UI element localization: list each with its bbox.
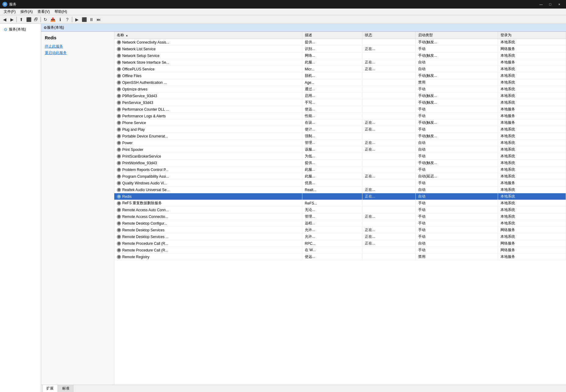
col-startup[interactable]: 启动类型 <box>415 32 498 39</box>
new-window-button[interactable]: 🗗 <box>33 16 39 23</box>
table-row[interactable]: ⚙ Remote Registry使远...禁用本地服务 <box>114 254 566 260</box>
cell-desc: 提供... <box>302 160 362 166</box>
title-bar-left: ⚙ 服务 <box>2 2 16 7</box>
table-row[interactable]: ⚙ Remote Procedure Call (R...在 W...手动网络服… <box>114 247 566 254</box>
table-row[interactable]: ⚙ Quality Windows Audio Vi...优质...手动本地服务 <box>114 180 566 187</box>
restart-label: 重启动 <box>45 51 56 55</box>
cell-desc: 无论... <box>302 207 362 213</box>
table-row[interactable]: ⚙ Redis正在...自动本地系统 <box>114 193 566 200</box>
table-row[interactable]: ⚙ PenService_93d43手写...手动(触发...本地系统 <box>114 99 566 106</box>
maximize-button[interactable]: □ <box>546 0 554 9</box>
minimize-button[interactable]: — <box>537 0 545 9</box>
cell-startup: 手动(触发... <box>415 99 498 106</box>
up-button[interactable]: ⬆ <box>18 16 25 23</box>
table-row[interactable]: ⚙ P9RdrService_93d43启用...手动(触发...本地系统 <box>114 93 566 99</box>
cell-logon: 本地系统 <box>498 133 566 140</box>
nav-item-services[interactable]: ⚙ 服务(本地) <box>2 26 38 33</box>
cell-logon: 本地系统 <box>498 99 566 106</box>
table-row[interactable]: ⚙ Remote Desktop Services ...允许...正在...手… <box>114 233 566 240</box>
cell-status: 正在... <box>362 146 416 153</box>
cell-logon: 本地系统 <box>498 193 566 200</box>
cell-status <box>362 86 416 93</box>
services-table-container[interactable]: 名称 ▲ 描述 状态 启动类型 登录为 ⚙ Network Connectivi… <box>114 32 566 385</box>
table-row[interactable]: ⚙ Offline Files脱机...手动(触发...本地系统 <box>114 73 566 79</box>
table-row[interactable]: ⚙ Phone Service在设...正在...手动(触发...本地服务 <box>114 119 566 126</box>
table-row[interactable]: ⚙ Plug and Play使计...正在...手动本地系统 <box>114 126 566 133</box>
refresh-button[interactable]: ↻ <box>42 16 49 23</box>
cell-service-name: ⚙ Network List Service <box>114 46 302 52</box>
cell-startup: 手动(触发... <box>415 73 498 79</box>
forward-button[interactable]: ▶ <box>9 16 15 23</box>
table-row[interactable]: ⚙ PrintScanBrokerService为低...手动本地系统 <box>114 153 566 160</box>
cell-service-name: ⚙ PenService_93d43 <box>114 99 302 106</box>
cell-logon: 本地系统 <box>498 93 566 99</box>
table-row[interactable]: ⚙ OfficePLUS ServiceMicr...正在...自动本地系统 <box>114 66 566 73</box>
nav-services-label: 服务(本地) <box>9 27 26 32</box>
pause-button[interactable]: ⏸ <box>88 16 95 23</box>
cell-service-name: ⚙ Remote Procedure Call (R... <box>114 240 302 247</box>
table-row[interactable]: ⚙ ReFS 重复数据删除服务ReFS...手动本地系统 <box>114 200 566 207</box>
cell-status: 正在... <box>362 119 416 126</box>
table-row[interactable]: ⚙ Remote Desktop Configur...远程...手动本地系统 <box>114 220 566 227</box>
show-hide-button[interactable]: ⬛ <box>25 16 32 23</box>
cell-logon: 网络服务 <box>498 240 566 247</box>
cell-logon: 网络服务 <box>498 247 566 254</box>
cell-status <box>362 113 416 119</box>
stop-button[interactable]: ⬛ <box>81 16 87 23</box>
table-row[interactable]: ⚙ Power管理...正在...自动本地系统 <box>114 140 566 146</box>
table-row[interactable]: ⚙ PrintWorkflow_93d43提供...手动(触发...本地系统 <box>114 160 566 166</box>
table-row[interactable]: ⚙ Print Spooler该服...正在...自动本地系统 <box>114 146 566 153</box>
table-row[interactable]: ⚙ Remote Procedure Call (R...RPC...正在...… <box>114 240 566 247</box>
table-row[interactable]: ⚙ Remote Desktop Services允许...正在...手动网络服… <box>114 227 566 233</box>
close-button[interactable]: × <box>555 0 564 9</box>
cell-logon: 本地系统 <box>498 126 566 133</box>
start-button[interactable]: ▶ <box>73 16 80 23</box>
table-row[interactable]: ⚙ Network Setup Service网络...手动(触发...本地系统 <box>114 52 566 59</box>
cell-startup: 手动(触发... <box>415 52 498 59</box>
table-row[interactable]: ⚙ Performance Logs & Alerts性能...手动本地服务 <box>114 113 566 119</box>
service-info-panel: Redis 停止此服务 重启动此服务 <box>41 32 114 385</box>
cell-service-name: ⚙ OpenSSH Authentication ... <box>114 79 302 86</box>
properties-button[interactable]: ℹ <box>57 16 63 23</box>
tab-extended[interactable]: 扩展 <box>42 385 58 392</box>
cell-startup: 手动 <box>415 46 498 52</box>
table-row[interactable]: ⚙ OpenSSH Authentication ...Age...禁用本地系统 <box>114 79 566 86</box>
cell-startup: 自动 <box>415 59 498 66</box>
cell-service-name: ⚙ Performance Logs & Alerts <box>114 113 302 119</box>
table-row[interactable]: ⚙ Network List Service识别...正在...手动网络服务 <box>114 46 566 52</box>
cell-startup: 手动(触发... <box>415 93 498 99</box>
table-row[interactable]: ⚙ Network Connectivity Assis...提供...手动(触… <box>114 39 566 46</box>
menu-view[interactable]: 查看(V) <box>35 9 52 15</box>
menu-action[interactable]: 操作(A) <box>18 9 35 15</box>
main-layout: ⚙ 服务(本地) ⚙ 服务(本地) Redis 停止此服务 重启动此服务 <box>0 24 566 392</box>
cell-logon: 本地系统 <box>498 187 566 193</box>
cell-startup: 手动 <box>415 200 498 207</box>
export-button[interactable]: 📤 <box>49 16 56 23</box>
table-row[interactable]: ⚙ Performance Counter DLL ...使远...手动本地服务 <box>114 106 566 113</box>
col-logon[interactable]: 登录为 <box>498 32 566 39</box>
table-row[interactable]: ⚙ Program Compatibility Assi...此服...正在..… <box>114 173 566 180</box>
cell-startup: 手动 <box>415 207 498 213</box>
col-name[interactable]: 名称 ▲ <box>114 32 302 39</box>
stop-service-link[interactable]: 停止此服务 <box>45 44 110 49</box>
help-button[interactable]: ? <box>64 16 71 23</box>
menu-file[interactable]: 文件(F) <box>1 9 18 15</box>
restart-service-link[interactable]: 重启动此服务 <box>45 50 110 55</box>
col-status[interactable]: 状态 <box>362 32 416 39</box>
tab-standard[interactable]: 标准 <box>58 385 73 392</box>
table-row[interactable]: ⚙ Realtek Audio Universal Se...Realt...正… <box>114 187 566 193</box>
table-header: 名称 ▲ 描述 状态 启动类型 登录为 <box>114 32 566 39</box>
menu-help[interactable]: 帮助(H) <box>52 9 69 15</box>
cell-startup: 手动 <box>415 220 498 227</box>
table-row[interactable]: ⚙ Remote Access Auto Conn...无论...手动本地系统 <box>114 207 566 213</box>
cell-service-name: ⚙ Print Spooler <box>114 146 302 153</box>
table-row[interactable]: ⚙ Portable Device Enumerat...强制...手动(触发.… <box>114 133 566 140</box>
resume-button[interactable]: ⏭ <box>95 16 102 23</box>
cell-service-name: ⚙ Network Store Interface Se... <box>114 59 302 66</box>
back-button[interactable]: ◀ <box>1 16 8 23</box>
table-row[interactable]: ⚙ Optimize drives通过...手动本地系统 <box>114 86 566 93</box>
table-row[interactable]: ⚙ Remote Access Connectio...管理...正在...手动… <box>114 213 566 220</box>
col-desc[interactable]: 描述 <box>302 32 362 39</box>
table-row[interactable]: ⚙ Network Store Interface Se...此服...正在..… <box>114 59 566 66</box>
table-row[interactable]: ⚙ Problem Reports Control P...此服...手动本地系… <box>114 166 566 173</box>
